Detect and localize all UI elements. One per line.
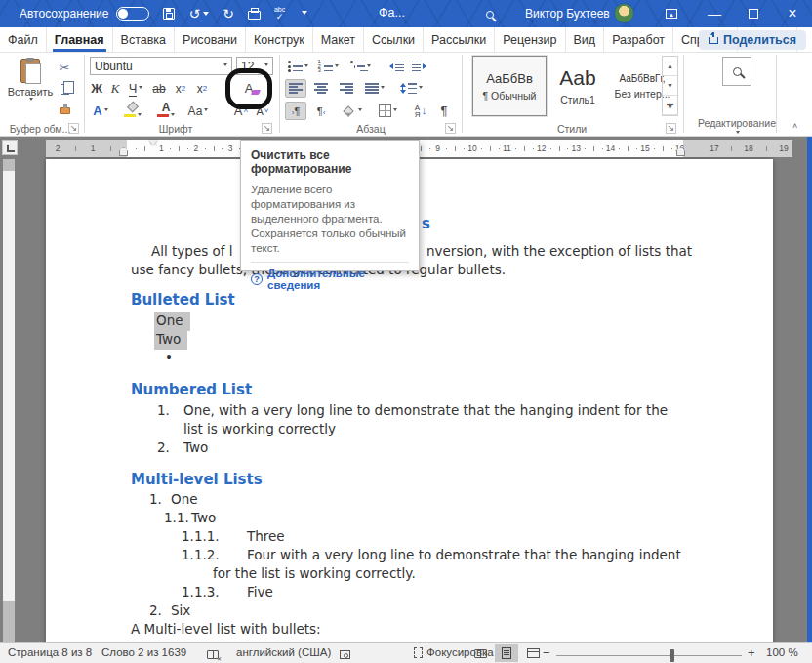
tab-Конструк[interactable]: Конструк [246,27,313,52]
tab-Ссылки[interactable]: Ссылки [364,27,424,52]
zoom-slider-track[interactable] [556,655,742,656]
tab-Файл[interactable]: Файл [0,27,47,52]
save-icon[interactable] [163,8,175,20]
paste-button[interactable]: Вставить [8,57,53,121]
learn-more-link[interactable]: ? Дополнительные сведения [251,268,409,291]
web-layout-button[interactable] [521,644,545,662]
decrease-indent-button[interactable] [385,58,406,75]
show-marks-button[interactable]: ¶ [435,102,453,120]
ltr-direction-button[interactable]: ›¶ [285,102,306,120]
tab-Вставка[interactable]: Вставка [113,27,175,52]
ruler-tick [136,148,137,149]
redo-icon[interactable]: ↻ [223,6,234,21]
font-name-select[interactable]: Ubuntu [90,57,232,75]
customize-qat-icon[interactable] [299,11,307,18]
tab-Вид[interactable]: Вид [566,27,605,52]
ruler-number: 1 [159,144,164,153]
justify-button[interactable] [361,79,388,98]
strikethrough-button[interactable]: ab [149,79,169,98]
ruler-tick [214,146,215,151]
sort-button[interactable]: АЯ↓ [410,102,431,120]
ruler-tick [421,146,422,151]
editing-chevron-icon[interactable] [736,131,740,136]
vertical-ruler[interactable] [3,159,15,642]
zoom-in-button[interactable]: + [748,645,755,660]
read-mode-button[interactable] [468,644,492,662]
font-name-value: Ubuntu [95,60,133,73]
increase-indent-button[interactable] [410,58,431,75]
cut-button[interactable]: ✂ [55,59,74,76]
clipboard-dialog-launcher[interactable]: ↘ [68,123,79,134]
style-card-2[interactable]: AabСтиль1 [550,56,605,116]
styles-group-label: Стили [467,123,677,135]
doc-text: One [171,491,198,508]
clear-formatting-tooltip: Очистить все форматирование Удаление все… [240,140,420,271]
font-dialog-launcher[interactable]: ↘ [262,123,272,134]
maximize-button[interactable] [734,0,773,27]
tab-Рассылки[interactable]: Рассылки [424,27,495,52]
align-center-button[interactable] [310,79,332,98]
zoom-slider-thumb[interactable] [670,649,674,662]
shading-button[interactable] [340,102,367,120]
tab-Рисовани[interactable]: Рисовани [175,27,246,52]
line-spacing-button[interactable] [396,79,426,98]
spelling-icon[interactable]: abc✓ [274,7,285,21]
zoom-out-button[interactable]: − [543,645,550,660]
align-left-button[interactable] [285,79,306,98]
styles-scrollbar[interactable]: ▲ ▼ ▬▼ [662,56,678,116]
print-layout-button[interactable] [495,644,518,662]
zoom-level[interactable]: 100 % [766,646,798,658]
copy-icon [61,84,69,95]
ruler-number: 2 [56,144,61,153]
text-effects-button[interactable]: А [88,102,113,120]
numbering-button[interactable]: 123 [314,58,342,75]
format-painter-button[interactable] [55,102,74,119]
ribbon-display-options-icon[interactable]: ▴ [652,0,691,27]
style-card-1[interactable]: АаБбВв¶ Обычный [472,56,547,116]
share-button[interactable]: Поделиться [699,30,806,50]
highlight-color-button[interactable] [119,100,146,120]
tab-selector[interactable] [2,140,18,155]
copy-button[interactable] [55,80,74,98]
undo-icon[interactable]: ↺ [188,6,209,21]
autosave-toggle[interactable] [116,7,149,21]
tab-Разработ[interactable]: Разработ [604,27,673,52]
change-case-button[interactable]: Аа [183,102,213,120]
doc-text: 1.1.2. [182,547,220,563]
doc-selected-text: One [154,312,190,331]
quick-print-icon[interactable] [248,8,261,20]
styles-more-icon[interactable]: ▬▼ [663,96,677,115]
language-indicator[interactable]: английский (США) [236,646,331,658]
underline-button[interactable]: Ч [124,79,147,98]
collapse-ribbon-icon[interactable]: ˄ [792,121,797,131]
bold-button[interactable]: Ж [88,79,105,98]
bullets-button[interactable] [285,58,310,75]
subscript-button[interactable]: x2 [171,79,190,98]
word-count[interactable]: Слово 2 из 1639 [102,646,186,658]
tab-Главная[interactable]: Главная [47,27,113,52]
font-color-button[interactable]: А [152,100,180,120]
editing-search-button[interactable] [722,57,751,86]
paragraph-dialog-launcher[interactable]: ↘ [445,123,456,134]
multilevel-list-button[interactable] [345,58,375,75]
align-right-button[interactable] [336,79,357,98]
styles-dialog-launcher[interactable]: ↘ [666,123,676,134]
tab-Рецензир[interactable]: Рецензир [495,27,565,52]
styles-scroll-up-icon[interactable]: ▲ [663,57,677,76]
italic-button[interactable]: К [107,79,123,98]
tab-Макет[interactable]: Макет [313,27,364,52]
first-line-indent-marker[interactable] [149,140,157,149]
search-icon[interactable] [486,8,494,21]
avatar[interactable] [614,3,634,23]
borders-button[interactable] [373,102,402,120]
styles-scroll-down-icon[interactable]: ▼ [663,76,677,96]
macro-record-icon[interactable] [340,649,350,661]
rtl-direction-button[interactable]: ¶‹ [310,102,332,120]
account-name[interactable]: Виктор Бухтеев [525,7,610,21]
paste-icon [20,59,40,83]
proofing-icon[interactable] [207,649,219,661]
close-button[interactable]: × [773,0,812,27]
superscript-button[interactable]: x2 [192,79,212,98]
minimize-button[interactable]: — [695,0,734,27]
page-indicator[interactable]: Страница 8 из 8 [8,646,92,658]
